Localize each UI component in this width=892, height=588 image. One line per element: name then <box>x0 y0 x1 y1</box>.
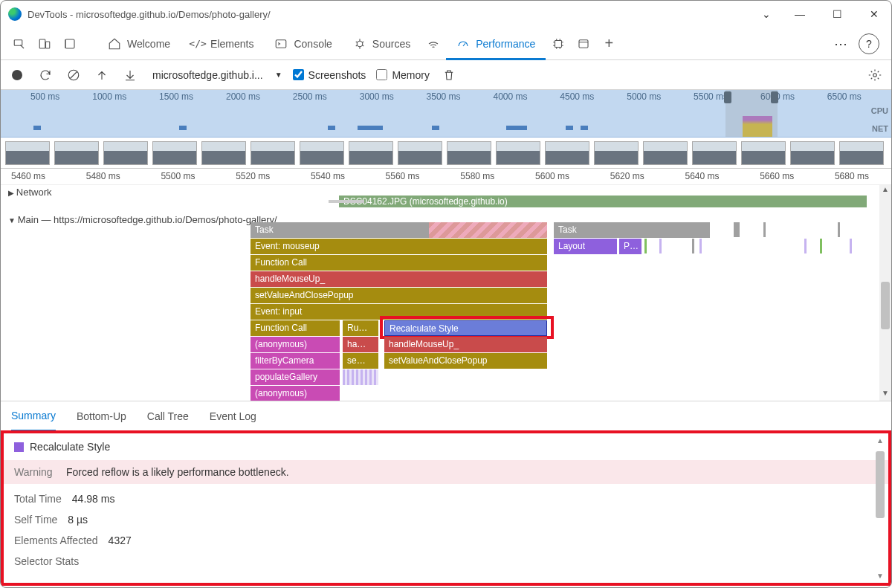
tab-label: Console <box>294 38 332 50</box>
screenshot-frame[interactable] <box>152 141 197 165</box>
screenshot-frame[interactable] <box>790 141 835 165</box>
scroll-down-icon[interactable]: ▼ <box>875 572 885 580</box>
selector-stats-label[interactable]: Selector Stats <box>14 555 79 567</box>
screenshot-frame[interactable] <box>349 141 393 165</box>
record-button[interactable] <box>8 66 26 84</box>
memory-checkbox[interactable]: Memory <box>376 69 430 81</box>
screenshot-frame[interactable] <box>103 141 148 165</box>
flame-scrollbar[interactable]: ▲ ▼ <box>879 185 891 401</box>
tab-bottom-up[interactable]: Bottom-Up <box>77 401 126 430</box>
memory-input[interactable] <box>376 69 387 80</box>
warning-label: Warning <box>4 466 66 478</box>
filmstrip[interactable] <box>1 138 891 169</box>
viewport-handle-left[interactable] <box>724 91 731 103</box>
screenshot-frame[interactable] <box>692 141 737 165</box>
chevron-down-icon[interactable]: ⌄ <box>762 8 771 20</box>
flame-event-input[interactable]: Event: input <box>251 304 547 320</box>
scroll-thumb[interactable] <box>876 451 885 518</box>
scroll-up-icon[interactable]: ▲ <box>875 436 885 445</box>
flame-anonymous[interactable]: (anonymous) <box>251 337 340 352</box>
settings-button[interactable] <box>866 66 884 84</box>
flame-run-microtasks[interactable]: Ru…ks <box>343 320 378 336</box>
screenshot-frame[interactable] <box>496 141 540 165</box>
screenshot-frame[interactable] <box>5 141 50 165</box>
tab-event-log[interactable]: Event Log <box>210 401 256 430</box>
screenshot-frame[interactable] <box>54 141 99 165</box>
clear-button[interactable] <box>65 66 83 84</box>
flame-function-call[interactable]: Function Call <box>251 255 547 271</box>
scroll-thumb[interactable] <box>881 282 890 329</box>
flame-setvalueclose2[interactable]: setValueAndClosePopup <box>384 353 547 369</box>
screenshot-frame[interactable] <box>201 141 246 165</box>
console-icon <box>274 37 288 51</box>
tab-summary[interactable]: Summary <box>11 402 56 431</box>
minimize-button[interactable]: — <box>790 8 809 20</box>
summary-pane: Recalculate Style Warning Forced reflow … <box>4 433 888 584</box>
flame-hap[interactable]: ha…p_ <box>343 337 378 352</box>
screenshot-frame[interactable] <box>251 141 295 165</box>
screenshot-frame[interactable] <box>398 141 442 165</box>
memory-icon[interactable] <box>546 31 571 56</box>
tab-call-tree[interactable]: Call Tree <box>147 401 189 430</box>
screenshot-frame[interactable] <box>594 141 639 165</box>
total-time-label: Total Time <box>14 493 62 505</box>
screenshots-input[interactable] <box>293 69 304 80</box>
flame-function-call[interactable]: Function Call <box>251 320 340 336</box>
flame-filterbycamera[interactable]: filterByCamera <box>251 353 340 369</box>
flame-paint[interactable]: P… <box>619 239 641 254</box>
flame-handlemouseup[interactable]: handleMouseUp_ <box>251 271 547 287</box>
scroll-up-icon[interactable]: ▲ <box>879 185 891 197</box>
summary-scrollbar[interactable]: ▲ ▼ <box>875 436 885 580</box>
svg-rect-4 <box>277 39 287 48</box>
flame-event-mouseup[interactable]: Event: mouseup <box>251 239 547 254</box>
flame-chart-area[interactable]: Network DSC04162.JPG (microsoftedge.gith… <box>1 185 891 401</box>
flame-layout[interactable]: Layout <box>554 239 617 254</box>
screenshot-frame[interactable] <box>643 141 688 165</box>
more-menu-icon[interactable]: ⋯ <box>827 36 856 52</box>
add-tab-icon[interactable]: + <box>596 31 621 56</box>
dock-icon[interactable] <box>57 31 83 56</box>
color-swatch-icon <box>14 442 24 452</box>
reload-record-button[interactable] <box>36 66 54 84</box>
trash-button[interactable] <box>440 66 458 84</box>
flame-seup[interactable]: se…up <box>343 353 378 369</box>
flame-stripes[interactable] <box>343 369 378 385</box>
self-time-value: 8 µs <box>68 514 88 526</box>
flame-populategallery[interactable]: populateGallery <box>251 369 340 385</box>
tab-welcome[interactable]: Welcome <box>97 28 181 59</box>
flame-anonymous[interactable]: (anonymous) <box>251 386 340 401</box>
recording-selector[interactable]: microsoftedge.github.i... <box>152 69 263 81</box>
tab-elements[interactable]: </> Elements <box>181 28 264 59</box>
tab-console[interactable]: Console <box>264 28 342 59</box>
timeline-overview[interactable]: 500 ms1000 ms 1500 ms2000 ms 2500 ms3000… <box>1 90 891 138</box>
screenshot-frame[interactable] <box>300 141 344 165</box>
application-icon[interactable] <box>571 31 596 56</box>
help-icon[interactable]: ? <box>859 33 879 54</box>
flame-handlemouseup2[interactable]: handleMouseUp_ <box>384 337 547 352</box>
screenshot-frame[interactable] <box>447 141 491 165</box>
flame-recalculate-style[interactable]: Recalculate Style <box>384 320 547 336</box>
tab-sources[interactable]: Sources <box>343 28 421 59</box>
viewport-handle-right[interactable] <box>771 91 778 103</box>
close-button[interactable]: ✕ <box>864 8 884 20</box>
screenshots-checkbox[interactable]: Screenshots <box>293 69 366 81</box>
network-conditions-icon[interactable] <box>421 31 446 56</box>
edge-icon <box>8 7 22 21</box>
maximize-button[interactable]: ☐ <box>827 8 847 20</box>
upload-button[interactable] <box>93 66 111 84</box>
tab-performance[interactable]: Performance <box>446 29 546 60</box>
device-toggle-icon[interactable] <box>32 31 57 56</box>
dropdown-icon[interactable]: ▼ <box>275 71 282 79</box>
network-resource[interactable]: DSC04162.JPG (microsoftedge.github.io) <box>339 196 867 207</box>
screenshot-frame[interactable] <box>741 141 786 165</box>
flame-setvalueclose[interactable]: setValueAndClosePopup <box>251 288 547 303</box>
flame-task[interactable]: Task <box>554 222 710 238</box>
download-button[interactable] <box>121 66 139 84</box>
overview-viewport[interactable] <box>725 90 778 137</box>
flame-small-bars <box>644 239 882 268</box>
screenshot-frame[interactable] <box>839 141 884 165</box>
screenshot-frame[interactable] <box>545 141 589 165</box>
scroll-down-icon[interactable]: ▼ <box>879 389 891 401</box>
svg-rect-7 <box>579 39 588 48</box>
inspect-icon[interactable] <box>7 31 32 56</box>
